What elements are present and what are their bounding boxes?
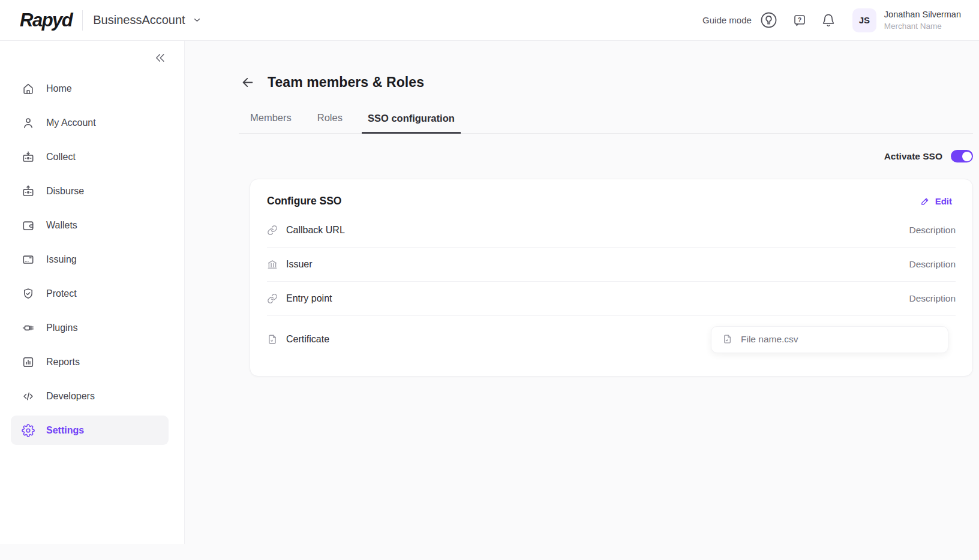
svg-text:?: ? bbox=[798, 16, 801, 23]
sidebar-item-wallets[interactable]: Wallets bbox=[11, 210, 169, 240]
lightbulb-icon bbox=[759, 11, 778, 29]
guide-mode-label: Guide mode bbox=[702, 15, 752, 25]
double-chevron-left-icon bbox=[154, 52, 166, 64]
link-icon bbox=[267, 225, 278, 236]
sidebar-item-settings[interactable]: Settings bbox=[11, 416, 169, 445]
config-row-label: Issuer bbox=[286, 259, 313, 270]
tab-roles[interactable]: Roles bbox=[317, 112, 343, 133]
certificate-file-name: File name.csv bbox=[741, 334, 798, 345]
shield-check-icon bbox=[22, 287, 35, 300]
user-name: Jonathan Silverman bbox=[884, 9, 961, 20]
sidebar-item-my-account[interactable]: My Account bbox=[11, 108, 169, 137]
top-bar: Rapyd BusinessAccount Guide mode bbox=[0, 0, 979, 41]
configure-sso-card: Configure SSO Edit Callback URL Descript… bbox=[250, 179, 973, 377]
activate-sso-row: Activate SSO bbox=[239, 150, 973, 162]
config-row-left: Callback URL bbox=[267, 225, 345, 236]
config-row-label: Callback URL bbox=[286, 225, 345, 236]
gear-icon bbox=[22, 424, 35, 437]
config-row-left: Entry point bbox=[267, 293, 332, 304]
bar-chart-icon bbox=[22, 356, 35, 369]
sidebar: Home My Account Collect Disburse bbox=[0, 41, 185, 544]
config-row-issuer: Issuer Description bbox=[267, 248, 956, 282]
sidebar-item-developers[interactable]: Developers bbox=[11, 381, 169, 411]
sidebar-item-label: Developers bbox=[46, 391, 95, 402]
sidebar-item-label: Plugins bbox=[46, 323, 77, 333]
arrow-left-icon bbox=[240, 75, 255, 90]
file-icon bbox=[267, 334, 278, 345]
issuing-card-icon bbox=[22, 253, 35, 266]
pencil-icon bbox=[920, 197, 930, 206]
help-button[interactable]: ? bbox=[792, 13, 807, 28]
tab-members[interactable]: Members bbox=[250, 112, 292, 133]
card-title: Configure SSO bbox=[267, 195, 341, 207]
config-row-value: Description bbox=[909, 259, 956, 270]
user-meta: Jonathan Silverman Merchant Name bbox=[884, 9, 961, 32]
sidebar-item-collect[interactable]: Collect bbox=[11, 142, 169, 171]
config-row-value: Description bbox=[909, 225, 956, 236]
sidebar-item-label: Protect bbox=[46, 288, 77, 299]
config-row-value: Description bbox=[909, 293, 956, 304]
sidebar-item-label: My Account bbox=[46, 118, 96, 128]
user-menu[interactable]: JS Jonathan Silverman Merchant Name bbox=[852, 8, 961, 32]
back-button[interactable] bbox=[240, 75, 255, 90]
sidebar-item-reports[interactable]: Reports bbox=[11, 347, 169, 377]
config-row-entry-point: Entry point Description bbox=[267, 282, 956, 316]
sidebar-item-label: Issuing bbox=[46, 254, 77, 265]
tab-sso-configuration[interactable]: SSO configuration bbox=[362, 112, 461, 134]
page-head: Team members & Roles bbox=[239, 74, 973, 91]
sidebar-item-label: Disburse bbox=[46, 186, 84, 197]
config-row-label: Certificate bbox=[286, 334, 329, 345]
activate-sso-label: Activate SSO bbox=[884, 151, 942, 162]
tab-bar: Members Roles SSO configuration bbox=[239, 112, 973, 134]
sidebar-item-label: Wallets bbox=[46, 220, 77, 231]
disburse-icon bbox=[22, 185, 35, 198]
collect-icon bbox=[22, 150, 35, 164]
sidebar-item-label: Reports bbox=[46, 357, 80, 368]
account-switcher-label: BusinessAccount bbox=[93, 13, 185, 27]
code-icon bbox=[22, 390, 35, 403]
sidebar-collapse-button[interactable] bbox=[152, 50, 167, 65]
config-row-certificate: Certificate File name.csv bbox=[267, 316, 956, 363]
config-row-left: Certificate bbox=[267, 334, 329, 345]
file-icon bbox=[722, 334, 733, 345]
sidebar-item-disburse[interactable]: Disburse bbox=[11, 176, 169, 206]
plug-icon bbox=[22, 321, 35, 335]
guide-mode[interactable]: Guide mode bbox=[702, 11, 778, 29]
header-divider bbox=[82, 10, 83, 31]
question-icon: ? bbox=[792, 13, 807, 28]
bank-icon bbox=[267, 259, 278, 270]
rapyd-logo: Rapyd bbox=[20, 10, 72, 31]
avatar[interactable]: JS bbox=[852, 8, 876, 32]
header-actions: Guide mode ? bbox=[702, 8, 961, 32]
certificate-file-input[interactable]: File name.csv bbox=[711, 326, 948, 353]
config-row-label: Entry point bbox=[286, 293, 332, 304]
toggle-knob bbox=[962, 152, 972, 161]
main-content: Team members & Roles Members Roles SSO c… bbox=[185, 41, 979, 544]
sidebar-item-label: Home bbox=[46, 83, 72, 94]
sidebar-item-home[interactable]: Home bbox=[11, 74, 169, 103]
sidebar-item-label: Collect bbox=[46, 152, 76, 162]
page-title: Team members & Roles bbox=[268, 74, 424, 91]
wallet-icon bbox=[22, 219, 35, 232]
edit-button[interactable]: Edit bbox=[917, 195, 956, 207]
account-switcher[interactable]: BusinessAccount bbox=[93, 13, 202, 27]
config-row-callback-url: Callback URL Description bbox=[267, 213, 956, 248]
sidebar-nav: Home My Account Collect Disburse bbox=[0, 74, 184, 445]
brand-block: Rapyd BusinessAccount bbox=[20, 10, 202, 31]
link-icon bbox=[267, 293, 278, 304]
card-header: Configure SSO Edit bbox=[267, 195, 956, 207]
account-icon bbox=[22, 116, 35, 130]
activate-sso-toggle[interactable] bbox=[951, 150, 973, 162]
config-row-left: Issuer bbox=[267, 259, 313, 270]
sidebar-item-issuing[interactable]: Issuing bbox=[11, 245, 169, 274]
notifications-button[interactable] bbox=[821, 13, 836, 28]
sidebar-item-protect[interactable]: Protect bbox=[11, 279, 169, 308]
user-subtitle: Merchant Name bbox=[884, 22, 961, 32]
edit-button-label: Edit bbox=[935, 196, 952, 206]
chevron-down-icon bbox=[192, 15, 202, 25]
home-icon bbox=[22, 82, 35, 95]
app-body: Home My Account Collect Disburse bbox=[0, 41, 979, 544]
sidebar-item-plugins[interactable]: Plugins bbox=[11, 313, 169, 342]
sidebar-item-label: Settings bbox=[46, 425, 84, 436]
bell-icon bbox=[821, 13, 836, 28]
